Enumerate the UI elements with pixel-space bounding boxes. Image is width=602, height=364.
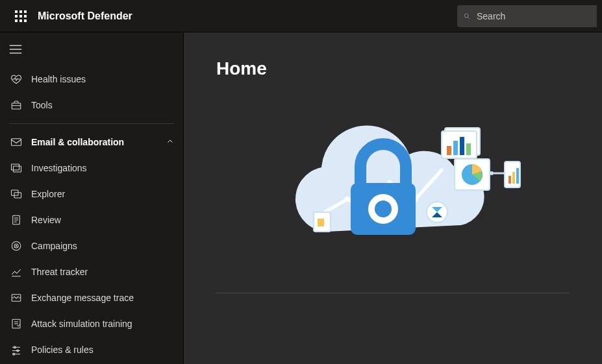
svg-rect-63 [516,168,519,184]
svg-line-10 [468,17,470,19]
explorer-icon [9,187,23,201]
svg-rect-0 [15,10,18,13]
sidebar-item-label: Investigations [31,163,87,173]
svg-rect-61 [508,176,511,184]
mail-icon [9,135,23,149]
sidebar-item-health-issues[interactable]: Health issues [0,66,183,92]
svg-rect-5 [24,15,27,18]
training-icon [9,317,23,331]
svg-rect-7 [19,19,22,22]
sidebar-item-campaigns[interactable]: Campaigns [0,233,183,259]
sidebar-item-label: Explorer [31,189,65,199]
svg-rect-1 [19,10,22,13]
svg-rect-55 [466,143,471,155]
search-icon [464,11,470,21]
sliders-icon [9,343,23,357]
svg-point-27 [16,245,17,247]
app-title: Microsoft Defender [38,10,132,22]
sidebar-item-label: Campaigns [31,241,77,251]
document-icon [9,213,23,227]
svg-rect-54 [460,137,464,155]
sidebar-section-email-collab[interactable]: Email & collaboration [0,129,183,155]
sidebar-item-label: Policies & rules [31,345,94,355]
search-box[interactable] [457,5,597,27]
toolbox-icon [9,98,23,112]
sidebar-item-tools[interactable]: Tools [0,92,183,118]
svg-point-59 [490,171,494,175]
svg-rect-2 [24,10,27,13]
main-content: Home [184,32,602,364]
chevron-up-icon [166,137,174,147]
sidebar-toggle[interactable] [0,36,183,62]
sidebar-item-exchange-trace[interactable]: Exchange message trace [0,285,183,311]
sidebar-item-policies-rules[interactable]: Policies & rules [0,337,183,363]
svg-rect-17 [12,164,19,170]
sidebar-item-label: Tools [31,100,53,110]
page-title: Home [216,58,570,79]
app-launcher-button[interactable] [5,1,36,32]
sidebar-item-explorer[interactable]: Explorer [0,181,183,207]
svg-rect-52 [447,146,451,155]
svg-rect-14 [12,103,21,109]
svg-rect-6 [15,19,18,22]
search-input[interactable] [477,11,590,21]
cloud-lock-illustration-icon [263,108,523,264]
svg-rect-62 [512,172,515,184]
svg-rect-43 [351,183,416,235]
header-bar: Microsoft Defender [0,0,602,32]
svg-rect-46 [318,219,324,226]
sidebar-item-investigations[interactable]: Investigations [0,155,183,181]
svg-rect-18 [14,166,21,172]
svg-rect-16 [12,139,21,146]
sidebar-item-threat-tracker[interactable]: Threat tracker [0,259,183,285]
divider [9,123,174,124]
investigations-icon [9,161,23,175]
hero-illustration [216,99,570,293]
svg-rect-8 [24,19,27,22]
sidebar-item-label: Exchange message trace [31,293,134,303]
sidebar-section-label: Email & collaboration [31,137,124,147]
sidebar-item-label: Threat tracker [31,267,88,277]
chart-line-icon [9,265,23,279]
sidebar-item-label: Review [31,215,61,225]
sidebar-item-attack-sim[interactable]: Attack simulation training [0,311,183,337]
svg-rect-3 [15,15,18,18]
svg-point-39 [345,197,350,202]
svg-rect-4 [19,15,22,18]
waffle-icon [15,10,27,22]
sidebar-item-label: Health issues [31,74,86,84]
svg-point-9 [464,14,468,18]
hamburger-icon [9,44,22,55]
sidebar-item-review[interactable]: Review [0,207,183,233]
target-icon [9,239,23,253]
sidebar: Health issues Tools Email & collaboratio… [0,32,184,364]
svg-rect-53 [453,141,458,155]
exchange-icon [9,291,23,305]
sidebar-item-label: Attack simulation training [31,319,132,329]
heart-icon [9,72,23,86]
